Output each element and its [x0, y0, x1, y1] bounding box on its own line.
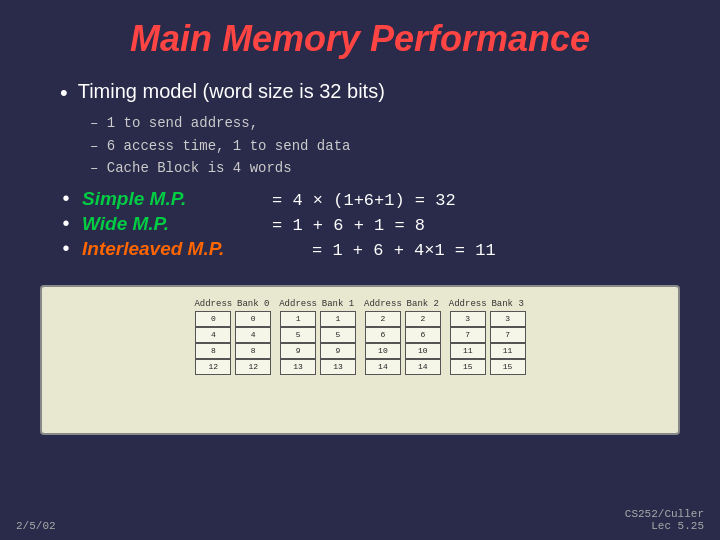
bank-2-data-cells: 2 6 10 14 [405, 311, 441, 375]
sub-bullets-list: 1 to send address, 6 access time, 1 to s… [90, 112, 660, 179]
memory-diagram: Address 0 4 8 12 Bank 0 0 4 8 12 [40, 285, 680, 435]
bank1-cell-0: 1 [320, 311, 356, 327]
interleaved-mp-row: • Interleaved M.P. = 1 + 6 + 4×1 = 11 [60, 238, 660, 261]
diagram-inner: Address 0 4 8 12 Bank 0 0 4 8 12 [58, 299, 662, 375]
bullet-dot-3: • [60, 213, 72, 236]
footer-course-line1: CS252/Culler [625, 508, 704, 520]
content-area: • Timing model (word size is 32 bits) 1 … [0, 70, 720, 273]
addr1-cell-0: 1 [280, 311, 316, 327]
slide: Main Memory Performance • Timing model (… [0, 0, 720, 540]
sub-bullet-2: 6 access time, 1 to send data [90, 135, 660, 157]
bank-0-data: Bank 0 0 4 8 12 [235, 299, 271, 375]
addr1-cell-2: 9 [280, 343, 316, 359]
bank3-cell-3: 15 [490, 359, 526, 375]
bullet-dot-1: • [60, 80, 68, 106]
bank-2-addr-cells: 2 6 10 14 [365, 311, 401, 375]
bank-2-data: Bank 2 2 6 10 14 [405, 299, 441, 375]
bank-2-addr: Address 2 6 10 14 [364, 299, 402, 375]
addr3-cell-0: 3 [450, 311, 486, 327]
bank0-cell-0: 0 [235, 311, 271, 327]
bank0-cell-1: 4 [235, 327, 271, 343]
interleaved-mp-formula: = 1 + 6 + 4×1 = 11 [312, 241, 496, 260]
simple-mp-formula: = 4 × (1+6+1) = 32 [272, 191, 456, 210]
addr3-cell-1: 7 [450, 327, 486, 343]
bank-2-addr-header: Address [364, 299, 402, 309]
addr0-cell-3: 12 [195, 359, 231, 375]
bank1-cell-3: 13 [320, 359, 356, 375]
addr1-cell-3: 13 [280, 359, 316, 375]
addr0-cell-1: 4 [195, 327, 231, 343]
bank2-cell-2: 10 [405, 343, 441, 359]
bank-1-addr: Address 1 5 9 13 [279, 299, 317, 375]
interleaved-mp-label: Interleaved M.P. [82, 238, 312, 260]
bank0-cell-3: 12 [235, 359, 271, 375]
addr1-cell-1: 5 [280, 327, 316, 343]
bank0-cell-2: 8 [235, 343, 271, 359]
bank-0-data-header: Bank 0 [237, 299, 269, 309]
bank-3-data: Bank 3 3 7 11 15 [490, 299, 526, 375]
footer-course-line2: Lec 5.25 [651, 520, 704, 532]
bank-1-addr-cells: 1 5 9 13 [280, 311, 316, 375]
addr3-cell-2: 11 [450, 343, 486, 359]
bank-2-group: Address 2 6 10 14 Bank 2 2 6 10 14 [364, 299, 441, 375]
bank-3-addr-header: Address [449, 299, 487, 309]
footer-date: 2/5/02 [16, 520, 56, 532]
timing-heading-text: Timing model (word size is 32 bits) [78, 80, 385, 103]
timing-bullet: • Timing model (word size is 32 bits) [60, 80, 660, 106]
bank3-cell-0: 3 [490, 311, 526, 327]
bank-1-group: Address 1 5 9 13 Bank 1 1 5 9 13 [279, 299, 356, 375]
bullet-dot-2: • [60, 188, 72, 211]
addr2-cell-1: 6 [365, 327, 401, 343]
simple-mp-row: • Simple M.P. = 4 × (1+6+1) = 32 [60, 188, 660, 211]
addr0-cell-2: 8 [195, 343, 231, 359]
bank1-cell-1: 5 [320, 327, 356, 343]
simple-mp-label: Simple M.P. [82, 188, 272, 210]
bank-0-group: Address 0 4 8 12 Bank 0 0 4 8 12 [194, 299, 271, 375]
sub-bullet-3: Cache Block is 4 words [90, 157, 660, 179]
bank-3-data-cells: 3 7 11 15 [490, 311, 526, 375]
bullet-dot-4: • [60, 238, 72, 261]
addr2-cell-2: 10 [365, 343, 401, 359]
bank-1-data: Bank 1 1 5 9 13 [320, 299, 356, 375]
bank-3-addr-cells: 3 7 11 15 [450, 311, 486, 375]
bank-0-data-cells: 0 4 8 12 [235, 311, 271, 375]
wide-mp-row: • Wide M.P. = 1 + 6 + 1 = 8 [60, 213, 660, 236]
addr3-cell-3: 15 [450, 359, 486, 375]
bank-3-group: Address 3 7 11 15 Bank 3 3 7 11 15 [449, 299, 526, 375]
wide-mp-label: Wide M.P. [82, 213, 272, 235]
slide-title: Main Memory Performance [0, 0, 720, 70]
sub-bullet-1: 1 to send address, [90, 112, 660, 134]
wide-mp-formula: = 1 + 6 + 1 = 8 [272, 216, 425, 235]
bank3-cell-1: 7 [490, 327, 526, 343]
bank-1-data-header: Bank 1 [322, 299, 354, 309]
bank-1-data-cells: 1 5 9 13 [320, 311, 356, 375]
bank-0-addr: Address 0 4 8 12 [194, 299, 232, 375]
bank-0-addr-header: Address [194, 299, 232, 309]
addr2-cell-3: 14 [365, 359, 401, 375]
bank2-cell-1: 6 [405, 327, 441, 343]
addr2-cell-0: 2 [365, 311, 401, 327]
bank-3-addr: Address 3 7 11 15 [449, 299, 487, 375]
performance-bullets: • Simple M.P. = 4 × (1+6+1) = 32 • Wide … [60, 188, 660, 261]
bank-1-addr-header: Address [279, 299, 317, 309]
bank-2-data-header: Bank 2 [407, 299, 439, 309]
bank2-cell-0: 2 [405, 311, 441, 327]
bank-0-addr-cells: 0 4 8 12 [195, 311, 231, 375]
bank1-cell-2: 9 [320, 343, 356, 359]
bank-3-data-header: Bank 3 [491, 299, 523, 309]
addr0-cell-0: 0 [195, 311, 231, 327]
bank2-cell-3: 14 [405, 359, 441, 375]
bank3-cell-2: 11 [490, 343, 526, 359]
footer-course: CS252/Culler Lec 5.25 [625, 508, 704, 532]
